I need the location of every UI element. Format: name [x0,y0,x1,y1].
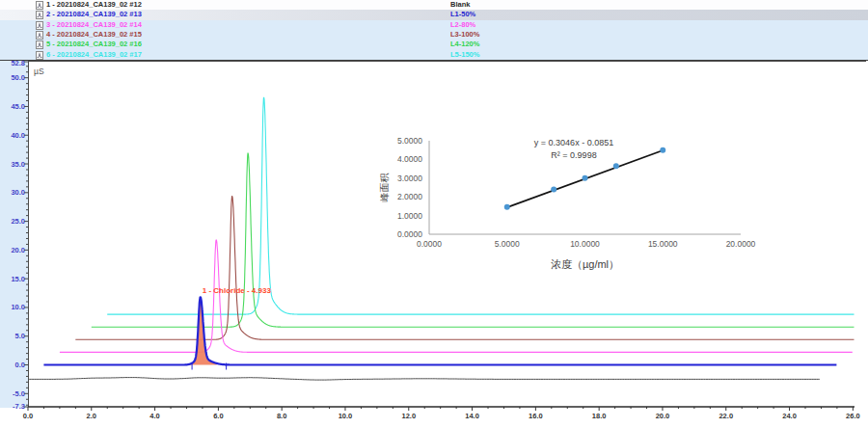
peak-label: 1 - Chloride - 4.933 [203,286,272,295]
sample-name: 6 - 20210824_CA139_02 #17 [46,50,142,61]
chromatogram-file-icon [36,51,43,60]
svg-text:5.0: 5.0 [15,332,25,340]
svg-text:30.0: 30.0 [11,188,25,197]
svg-text:-7.3: -7.3 [13,402,25,411]
level-label: L1-50% [450,10,475,20]
legend-row[interactable]: 4 - 20210824_CA139_02 #15 L3-100% [0,30,868,40]
svg-text:0.0000: 0.0000 [417,239,442,249]
svg-text:12.0: 12.0 [401,412,416,420]
y-axis-ticks: -5.00.05.010.015.020.025.030.035.040.045… [11,61,28,411]
level-label: L2-80% [450,20,475,31]
legend-row[interactable]: 6 - 20210824_CA139_02 #17 L5-150% [0,50,868,60]
legend-row[interactable]: 1 - 20210824_CA139_02 #12 Blank [0,0,868,10]
calibration-point [583,175,588,181]
level-label: L4-120% [450,40,479,50]
calib-y-title: 峰面积 [379,174,390,202]
svg-text:22.0: 22.0 [719,412,733,420]
legend-row[interactable]: 2 - 20210824_CA139_02 #13 L1-50% [0,10,868,19]
svg-text:10.0: 10.0 [11,303,25,311]
svg-text:15.0: 15.0 [11,275,25,283]
svg-text:14.0: 14.0 [465,412,479,420]
calib-x-title: 浓度（µg/ml） [551,258,619,270]
svg-text:40.0: 40.0 [11,131,25,140]
svg-text:4.0: 4.0 [149,412,159,420]
sample-name: 1 - 20210824_CA139_02 #12 [46,0,142,11]
x-axis-ticks: 0.02.04.06.08.010.012.014.016.018.020.02… [23,407,860,420]
svg-text:52.8: 52.8 [11,61,25,67]
calibration-chart: 0.00001.00002.00003.00004.00005.00000.00… [376,116,781,289]
calibration-point [613,163,619,169]
svg-text:1.0000: 1.0000 [397,211,422,221]
level-label: L5-150% [450,50,479,61]
svg-text:2.0000: 2.0000 [397,192,422,201]
svg-text:35.0: 35.0 [11,160,25,169]
svg-text:20.0: 20.0 [11,246,25,254]
legend-row[interactable]: 5 - 20210824_CA139_02 #16 L4-120% [0,40,868,49]
chromatogram-file-icon [36,21,43,30]
level-label: L3-100% [450,30,479,40]
svg-text:26.0: 26.0 [846,412,860,420]
sample-name: 2 - 20210824_CA139_02 #13 [46,10,142,20]
svg-text:50.0: 50.0 [11,73,25,82]
svg-text:3.0000: 3.0000 [397,174,422,183]
sample-name: 4 - 20210824_CA139_02 #15 [46,30,142,40]
svg-text:0.0000: 0.0000 [397,229,422,239]
level-label: Blank [450,0,470,11]
calibration-point [660,147,665,153]
svg-text:45.0: 45.0 [11,102,25,111]
svg-text:10.0000: 10.0000 [570,239,600,249]
sample-legend: 1 - 20210824_CA139_02 #12 Blank 2 - 2021… [0,0,868,61]
chromatogram-file-icon [36,11,43,19]
svg-text:25.0: 25.0 [11,217,25,226]
svg-text:18.0: 18.0 [592,412,607,420]
svg-text:20.0000: 20.0000 [726,239,756,249]
chromatogram-file-icon [36,1,43,10]
trendline-r2: R² = 0.9998 [551,150,596,160]
svg-text:5.0000: 5.0000 [397,136,422,146]
svg-text:24.0: 24.0 [782,412,797,420]
svg-text:10.0: 10.0 [339,412,353,420]
sample-name: 5 - 20210824_CA139_02 #16 [46,40,142,50]
svg-text:4.0000: 4.0000 [397,154,422,164]
svg-text:20.0: 20.0 [656,412,670,420]
chromatogram-file-icon [36,40,43,49]
svg-text:8.0: 8.0 [277,412,286,420]
svg-text:0.0: 0.0 [23,412,33,420]
chromatogram-file-icon [36,31,43,40]
svg-text:6.0: 6.0 [213,412,223,420]
legend-row[interactable]: 3 - 20210824_CA139_02 #14 L2-80% [0,20,868,30]
svg-text:-5.0: -5.0 [13,389,25,398]
svg-text:2.0: 2.0 [87,412,96,420]
svg-text:16.0: 16.0 [529,412,543,420]
svg-text:5.0000: 5.0000 [495,239,520,249]
calibration-point [504,204,510,210]
chromatography-app-window: 1 - 20210824_CA139_02 #12 Blank 2 - 2021… [0,0,868,428]
sample-name: 3 - 20210824_CA139_02 #14 [46,20,142,31]
svg-text:15.0000: 15.0000 [648,239,678,249]
trendline-equation: y = 0.3046x - 0.0851 [534,138,613,147]
svg-text:0.0: 0.0 [15,361,25,369]
y-axis-unit-label: µS [34,67,44,76]
calibration-point [551,186,556,192]
